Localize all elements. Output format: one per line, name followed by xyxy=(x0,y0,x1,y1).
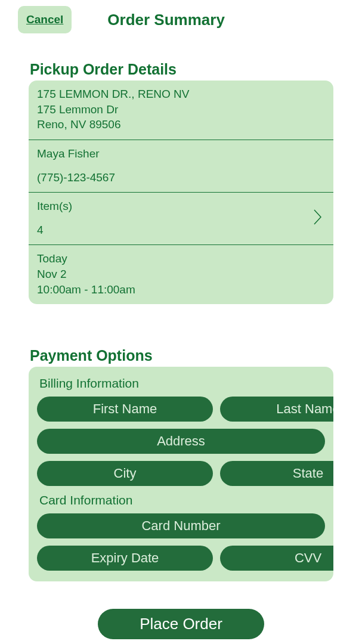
pickup-schedule-block: Today Nov 2 10:00am - 11:00am xyxy=(29,244,333,304)
pickup-customer-name: Maya Fisher xyxy=(37,146,325,162)
items-count: 4 xyxy=(37,222,313,238)
cancel-button[interactable]: Cancel xyxy=(18,6,72,33)
cvv-field[interactable] xyxy=(220,546,333,571)
payment-card: Billing Information Card Information xyxy=(29,367,333,581)
pickup-phone: (775)-123-4567 xyxy=(37,170,325,185)
first-name-field[interactable] xyxy=(37,397,213,422)
pickup-time-window: 10:00am - 11:00am xyxy=(37,282,325,298)
card-number-field[interactable] xyxy=(37,513,325,538)
last-name-field[interactable] xyxy=(220,397,333,422)
page-title: Order Summary xyxy=(107,11,225,29)
place-order-button[interactable]: Place Order xyxy=(98,609,264,639)
pickup-date: Nov 2 xyxy=(37,267,325,282)
chevron-right-icon xyxy=(313,209,325,228)
pickup-location-block: 175 LEMMON DR., RENO NV 175 Lemmon Dr Re… xyxy=(29,80,333,140)
state-field[interactable] xyxy=(220,461,333,486)
pickup-location-name: 175 LEMMON DR., RENO NV xyxy=(37,86,325,102)
pickup-day-label: Today xyxy=(37,251,325,267)
pickup-details-card: 175 LEMMON DR., RENO NV 175 Lemmon Dr Re… xyxy=(29,80,333,304)
pickup-items-row[interactable]: Item(s) 4 xyxy=(29,192,333,244)
items-label: Item(s) xyxy=(37,199,313,214)
pickup-contact-block: Maya Fisher (775)-123-4567 xyxy=(29,140,333,192)
billing-info-label: Billing Information xyxy=(39,376,325,391)
pickup-city-state-zip: Reno, NV 89506 xyxy=(37,117,325,132)
expiry-date-field[interactable] xyxy=(37,546,213,571)
card-info-label: Card Information xyxy=(39,493,325,507)
pickup-street: 175 Lemmon Dr xyxy=(37,102,325,117)
city-field[interactable] xyxy=(37,461,213,486)
address-field[interactable] xyxy=(37,429,325,454)
pickup-section-title: Pickup Order Details xyxy=(30,61,362,78)
payment-section-title: Payment Options xyxy=(30,347,362,364)
